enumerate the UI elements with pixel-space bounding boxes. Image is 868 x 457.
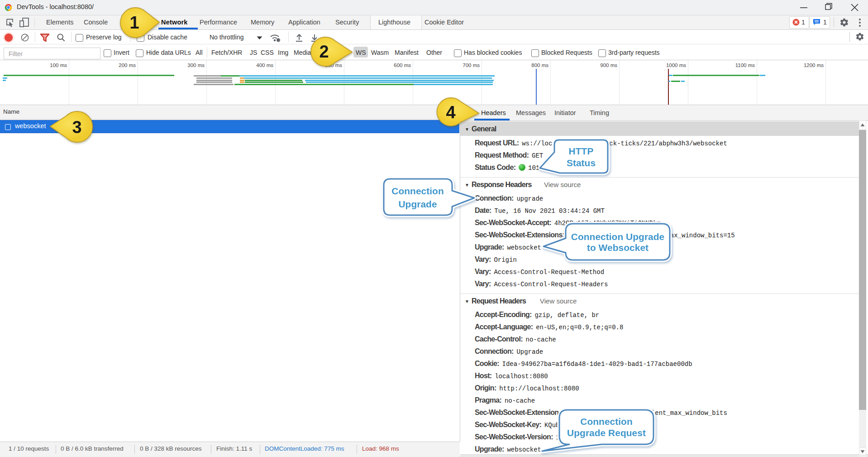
- svg-text:3: 3: [72, 118, 81, 137]
- svg-text:HTTP: HTTP: [569, 146, 594, 156]
- svg-text:4: 4: [446, 103, 455, 122]
- svg-text:Upgrade Request: Upgrade Request: [567, 428, 646, 438]
- svg-text:Status: Status: [567, 158, 596, 168]
- svg-text:2: 2: [319, 42, 329, 61]
- svg-text:1: 1: [129, 13, 139, 32]
- svg-text:Connection: Connection: [391, 186, 444, 196]
- svg-text:Connection Upgrade: Connection Upgrade: [571, 231, 665, 242]
- svg-text:Upgrade: Upgrade: [398, 199, 437, 209]
- svg-text:to Websocket: to Websocket: [587, 242, 649, 253]
- svg-text:Connection: Connection: [580, 416, 633, 427]
